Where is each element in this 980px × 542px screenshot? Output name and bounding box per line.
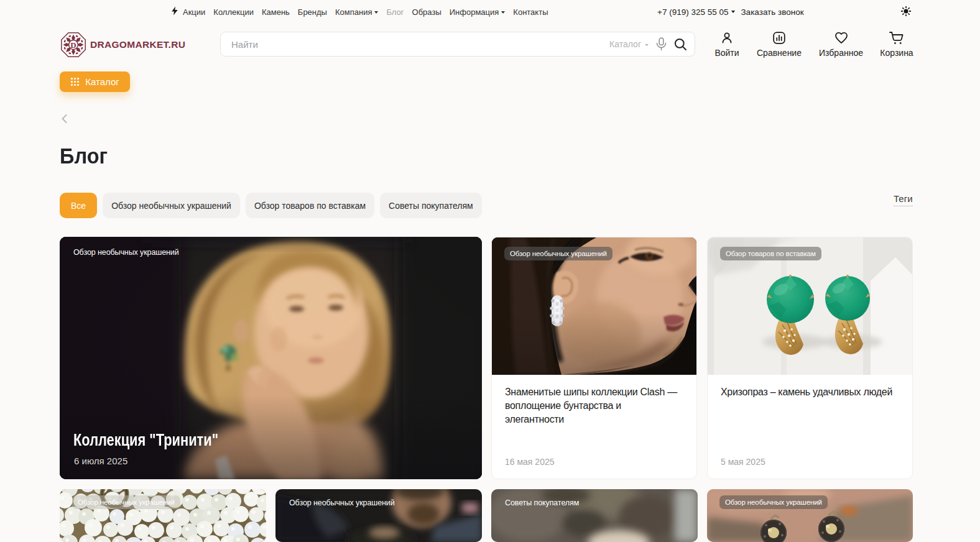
svg-text:D: D [70, 40, 76, 50]
